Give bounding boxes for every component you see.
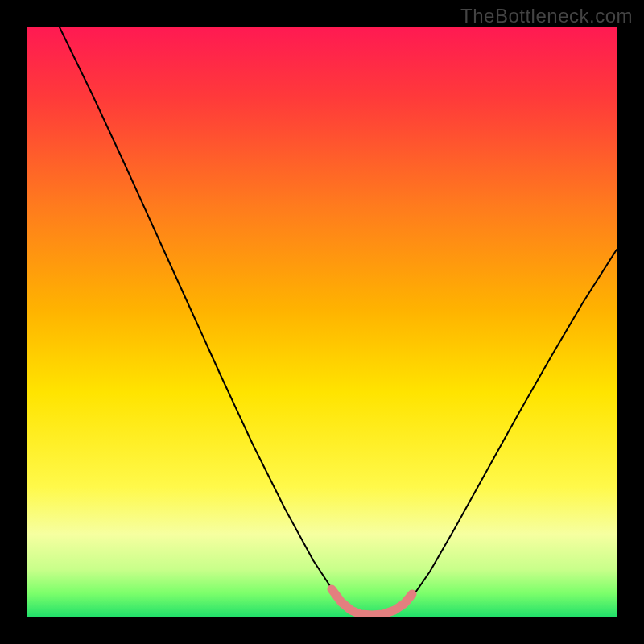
gradient-background bbox=[27, 27, 617, 617]
plot-area bbox=[27, 27, 617, 617]
plot-svg bbox=[27, 27, 617, 617]
watermark-text: TheBottleneck.com bbox=[460, 5, 633, 27]
chart-stage: TheBottleneck.com bbox=[0, 0, 644, 644]
